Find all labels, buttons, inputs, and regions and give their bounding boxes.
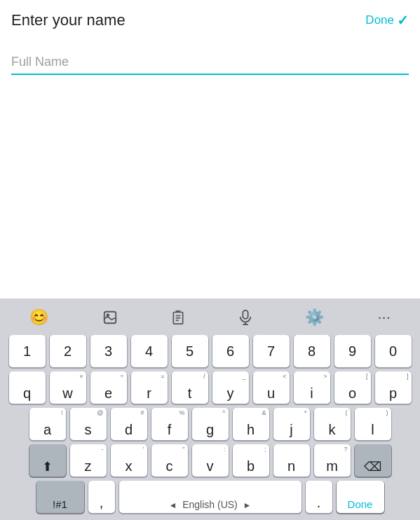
key-m[interactable]: ? m [314,444,351,477]
comma-key[interactable]: , [88,481,115,513]
key-e[interactable]: ÷ e [90,371,127,404]
key-y[interactable]: _ y [212,371,249,404]
key-i[interactable]: > i [294,371,330,404]
key-t[interactable]: / t [172,371,208,404]
settings-icon[interactable]: ⚙️ [299,307,330,328]
q-row: q × w ÷ e = r / t _ y < u > i [ o ] p [3,371,417,404]
keyboard: 😊 ⚙️ ··· 1234567890 q × w ÷ e = r / t _ … [0,299,420,520]
key-g[interactable]: ^ g [192,408,229,440]
num-key-6[interactable]: 6 [212,335,249,367]
num-key-0[interactable]: 0 [375,335,412,367]
num-key-4[interactable]: 4 [131,335,168,367]
key-v[interactable]: : v [192,444,229,477]
clipboard-icon[interactable] [165,308,191,327]
svg-rect-6 [243,310,248,319]
num-key-8[interactable]: 8 [294,335,330,367]
key-s[interactable]: @ s [70,408,107,440]
key-r[interactable]: = r [131,371,168,404]
key-x[interactable]: ' x [111,444,147,477]
done-button[interactable]: Done ✓ [365,12,409,29]
key-c[interactable]: " c [151,444,188,477]
key-l[interactable]: ) l [355,408,391,440]
z-row: ⬆ - z ' x " c : v ; b n ? m ⌫ [3,444,417,477]
key-q[interactable]: q [9,371,46,404]
space-label: ◄ English (US) ► [169,500,252,509]
mic-icon[interactable] [233,308,257,327]
input-area [0,38,420,81]
key-a[interactable]: ! a [29,408,66,440]
key-n[interactable]: n [273,444,310,477]
fn-label: !#1 [53,499,67,509]
num-key-9[interactable]: 9 [334,335,371,367]
key-h[interactable]: & h [233,408,269,440]
num-key-7[interactable]: 7 [253,335,290,367]
bottom-row: !#1 , ◄ English (US) ► . Done [3,481,417,513]
shift-key[interactable]: ⬆ [29,444,66,477]
fn-key[interactable]: !#1 [36,481,84,513]
period-key[interactable]: . [306,481,332,513]
check-icon: ✓ [397,12,409,29]
key-k[interactable]: ( k [314,408,351,440]
done-keyboard-button[interactable]: Done [337,481,384,513]
backspace-key[interactable]: ⌫ [355,444,391,477]
key-w[interactable]: × w [50,371,86,404]
keyboard-toolbar: 😊 ⚙️ ··· [3,304,417,335]
more-icon[interactable]: ··· [372,307,395,328]
num-key-5[interactable]: 5 [172,335,208,367]
num-key-1[interactable]: 1 [9,335,46,367]
a-row: ! a @ s # d % f ^ g & h * j ( k ) l [3,408,417,440]
key-d[interactable]: # d [111,408,147,440]
full-name-input[interactable] [11,52,409,75]
key-u[interactable]: < u [253,371,290,404]
key-j[interactable]: * j [273,408,310,440]
key-b[interactable]: ; b [233,444,269,477]
num-key-3[interactable]: 3 [90,335,127,367]
number-row: 1234567890 [3,335,417,367]
emoji-icon[interactable]: 😊 [24,307,54,328]
page-title: Enter your name [11,11,126,29]
header: Enter your name Done ✓ [0,0,420,38]
svg-point-1 [107,314,109,316]
spacer [0,81,420,299]
key-f[interactable]: % f [151,408,188,440]
sticker-icon[interactable] [97,308,123,327]
key-z[interactable]: - z [70,444,107,477]
num-key-2[interactable]: 2 [50,335,86,367]
space-key[interactable]: ◄ English (US) ► [119,481,302,513]
key-o[interactable]: [ o [334,371,371,404]
key-p[interactable]: ] p [375,371,412,404]
done-label: Done [365,13,394,27]
